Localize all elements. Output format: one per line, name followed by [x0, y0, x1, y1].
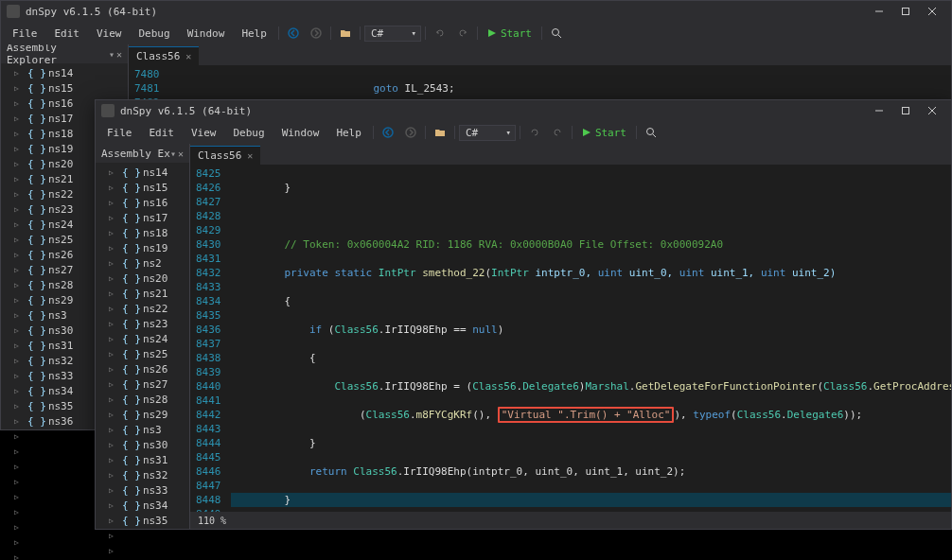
editor-tabs: Class56✕	[190, 144, 951, 165]
maximize-button[interactable]	[892, 1, 919, 22]
close-button[interactable]	[919, 100, 945, 121]
tab-close-icon[interactable]: ✕	[247, 150, 253, 161]
search-button[interactable]	[641, 122, 661, 143]
svg-rect-9	[903, 108, 909, 114]
assembly-explorer-panel: Assembly Explorer ▾✕ ▷{ } ns14▷{ } ns15▷…	[96, 144, 190, 529]
tree-node[interactable]: ▷{ } ns22	[96, 301, 189, 316]
search-button[interactable]	[546, 23, 567, 44]
titlebar[interactable]: dnSpy v6.1.5 (64-bit)	[1, 1, 951, 22]
svg-rect-1	[903, 9, 909, 15]
code-area[interactable]: 8425842684278428842984308431843284338434…	[190, 165, 951, 512]
tree-node[interactable]: ▷{ } ns3	[96, 422, 189, 437]
redo-button[interactable]	[452, 23, 473, 44]
svg-point-14	[647, 129, 654, 135]
open-button[interactable]	[430, 122, 450, 143]
undo-button[interactable]	[524, 122, 545, 143]
tree-node[interactable]: ▷{ } ns16	[96, 195, 189, 210]
nav-back-button[interactable]	[283, 23, 304, 44]
menu-view[interactable]: View	[184, 125, 224, 141]
menu-help[interactable]: Help	[234, 26, 274, 42]
language-combo[interactable]: C#	[459, 125, 516, 141]
tree-node[interactable]: ▷{ } ns23	[96, 316, 189, 331]
tab-class56[interactable]: Class56✕	[190, 146, 260, 165]
svg-point-12	[383, 128, 393, 137]
tab-class56[interactable]: Class56✕	[129, 46, 199, 65]
menu-file[interactable]: File	[5, 26, 45, 42]
highlight-virtual-alloc: "Virtual ".Trim() + "Alloc"	[498, 407, 675, 423]
tab-close-icon[interactable]: ✕	[185, 51, 191, 61]
menu-edit[interactable]: Edit	[47, 26, 88, 42]
tree-node[interactable]: ▷{ } ns21	[96, 286, 189, 301]
open-button[interactable]	[335, 23, 356, 44]
minimize-button[interactable]	[866, 1, 892, 22]
menu-help[interactable]: Help	[328, 125, 369, 141]
panel-header: Assembly Explorer ▾✕	[1, 44, 128, 63]
menubar: File Edit View Debug Window Help C# Star…	[96, 121, 951, 144]
redo-button[interactable]	[547, 122, 568, 143]
nav-forward-button[interactable]	[400, 122, 421, 143]
menu-debug[interactable]: Debug	[226, 125, 273, 141]
line-gutter: 8425842684278428842984308431843284338434…	[190, 165, 231, 512]
tree-node[interactable]: ▷{ } ns24	[96, 331, 189, 346]
tree-node[interactable]: ▷{ } ns35	[96, 513, 189, 528]
titlebar[interactable]: dnSpy v6.1.5 (64-bit)	[96, 100, 951, 121]
tree-node[interactable]: ▷{ } ns32	[96, 467, 189, 482]
menu-file[interactable]: File	[99, 125, 140, 141]
tree-node[interactable]: ▷{ } ns14	[1, 65, 128, 80]
menu-window[interactable]: Window	[274, 125, 327, 141]
panel-close-icon[interactable]: ✕	[178, 149, 184, 159]
zoom-level[interactable]: 110 %	[198, 516, 226, 526]
menubar: File Edit View Debug Window Help C# Star…	[1, 22, 951, 44]
panel-close-icon[interactable]: ✕	[116, 49, 122, 60]
menu-view[interactable]: View	[89, 26, 130, 42]
maximize-button[interactable]	[892, 100, 919, 121]
tree-node[interactable]: ▷{ } ns17	[96, 210, 189, 225]
menu-window[interactable]: Window	[180, 26, 233, 42]
tree-node[interactable]: ▷{ } ns29	[96, 407, 189, 422]
tree-node[interactable]: ▷{ } ns20	[96, 271, 189, 286]
tree-node[interactable]: ▷{ } ns2	[96, 255, 189, 271]
start-button[interactable]: Start	[482, 26, 538, 42]
language-combo[interactable]: C#	[364, 26, 421, 42]
panel-pin-icon[interactable]: ▾	[109, 49, 115, 60]
tree-node[interactable]: ▷{ } ns33	[96, 482, 189, 498]
tree-node[interactable]: ▷{ } ns19	[96, 240, 189, 255]
svg-line-7	[558, 35, 561, 38]
assembly-tree[interactable]: ▷{ } ns14▷{ } ns15▷{ } ns16▷{ } ns17▷{ }…	[96, 163, 189, 529]
tree-node[interactable]: ▷{ } ns25	[96, 346, 189, 361]
svg-point-6	[553, 29, 559, 36]
tree-node[interactable]: ▷{ } ns34	[96, 498, 189, 513]
tree-node[interactable]: ▷{ } ns26	[96, 361, 189, 376]
svg-point-5	[311, 28, 321, 38]
svg-point-4	[289, 28, 298, 38]
tree-node[interactable]: ▷{ } ns31	[96, 452, 189, 467]
status-bar: 110 %	[190, 512, 951, 529]
tree-node[interactable]: ▷{ } ns30	[96, 437, 189, 452]
menu-debug[interactable]: Debug	[132, 26, 178, 42]
close-button[interactable]	[919, 1, 945, 22]
dnspy-window-front: dnSpy v6.1.5 (64-bit) File Edit View Deb…	[95, 99, 952, 530]
editor-tabs: Class56✕	[129, 44, 951, 65]
app-title: dnSpy v6.1.5 (64-bit)	[26, 6, 157, 18]
minimize-button[interactable]	[866, 100, 892, 121]
nav-back-button[interactable]	[378, 122, 398, 143]
tree-node[interactable]: ▷{ } ns36	[96, 528, 189, 529]
tree-node[interactable]: ▷{ } ns28	[96, 392, 189, 407]
menu-edit[interactable]: Edit	[142, 125, 183, 141]
svg-point-13	[406, 128, 415, 137]
tree-node[interactable]: ▷{ } ns15	[1, 80, 128, 96]
tree-node[interactable]: ▷{ } ns14	[96, 165, 189, 180]
start-button[interactable]: Start	[576, 125, 632, 141]
svg-line-15	[653, 134, 656, 137]
panel-header: Assembly Explorer ▾✕	[96, 144, 189, 163]
tree-node[interactable]: ▷{ } ns18	[96, 225, 189, 240]
source-code[interactable]: } // Token: 0x060004A2 RID: 1186 RVA: 0x…	[231, 165, 952, 512]
nav-forward-button[interactable]	[306, 23, 326, 44]
app-title: dnSpy v6.1.5 (64-bit)	[120, 105, 252, 117]
app-icon	[101, 104, 115, 117]
tree-node[interactable]: ▷{ } ns15	[96, 180, 189, 195]
undo-button[interactable]	[430, 23, 450, 44]
tree-node[interactable]: ▷{ } ns27	[96, 376, 189, 392]
panel-pin-icon[interactable]: ▾	[170, 149, 176, 159]
code-editor: Class56✕ 8425842684278428842984308431843…	[190, 144, 951, 529]
